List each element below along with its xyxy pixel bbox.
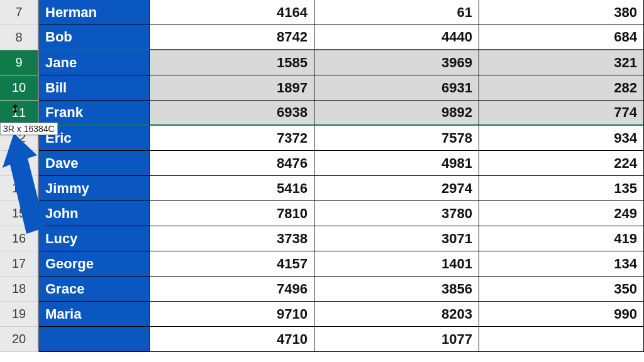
cell-name[interactable]: Lucy — [39, 226, 150, 251]
cell-value[interactable]: 3071 — [314, 226, 479, 251]
row-number: 8 — [15, 30, 22, 45]
cell-value[interactable]: 9710 — [150, 302, 314, 327]
table-row[interactable]: 12 Eric 7372 7578 934 — [0, 126, 644, 151]
table-row[interactable]: 13 Dave 8476 4981 224 — [0, 151, 644, 176]
cell-name[interactable]: Dave — [39, 151, 150, 176]
cell-value[interactable]: 774 — [479, 101, 644, 126]
row-header[interactable]: 16 — [0, 226, 39, 251]
table-row[interactable]: 16 Lucy 3738 3071 419 — [0, 226, 644, 251]
table-row[interactable]: 18 Grace 7496 3856 350 — [0, 277, 644, 302]
cell-name[interactable]: Grace — [39, 277, 150, 302]
table-row[interactable]: 8 Bob 8742 4440 684 — [0, 25, 644, 50]
cell-value[interactable]: 282 — [479, 75, 644, 101]
table-row[interactable]: 14 Jimmy 5416 2974 135 — [0, 176, 644, 201]
cell-value[interactable]: 6938 — [150, 101, 314, 126]
cell-value[interactable]: 7496 — [150, 277, 314, 302]
row-number: 14 — [12, 181, 26, 195]
cell-name[interactable]: John — [39, 201, 150, 226]
row-header[interactable]: 10 — [0, 75, 39, 101]
cell-value[interactable]: 1585 — [150, 50, 314, 75]
table-row[interactable]: 19 Maria 9710 8203 990 — [0, 302, 644, 327]
row-header[interactable]: 11 — [0, 101, 39, 126]
cell-value[interactable]: 684 — [479, 25, 644, 50]
row-number: 9 — [15, 55, 22, 70]
selection-size-tooltip: 3R x 16384C — [0, 123, 58, 135]
row-number: 15 — [12, 206, 26, 221]
row-number: 10 — [12, 80, 26, 95]
cell-value[interactable]: 4440 — [314, 25, 479, 50]
cell-value[interactable]: 5416 — [150, 176, 314, 201]
row-header[interactable]: 14 — [0, 176, 39, 201]
cell-value[interactable]: 8476 — [150, 151, 314, 176]
cell-value[interactable]: 1897 — [150, 75, 314, 101]
cell-value[interactable]: 4710 — [150, 327, 314, 352]
cell-value[interactable]: 8203 — [314, 302, 479, 327]
cell-value[interactable]: 2974 — [314, 176, 479, 201]
cell-value[interactable]: 135 — [479, 176, 644, 201]
row-header[interactable]: 19 — [0, 302, 39, 327]
cell-value[interactable]: 4981 — [314, 151, 479, 176]
cell-value[interactable] — [479, 327, 644, 352]
row-header[interactable]: 13 — [0, 151, 39, 176]
row-number: 18 — [12, 282, 26, 296]
cell-name[interactable]: Frank — [39, 101, 150, 126]
cell-name[interactable] — [39, 327, 150, 352]
table-row-selected[interactable]: 10 Bill 1897 6931 282 — [0, 75, 644, 101]
table-row[interactable]: 15 John 7810 3780 249 — [0, 201, 644, 226]
table-row-selected[interactable]: 9 Jane 1585 3969 321 — [0, 50, 644, 75]
cell-value[interactable]: 380 — [479, 0, 644, 25]
row-header[interactable]: 17 — [0, 251, 39, 277]
cell-name[interactable]: Maria — [39, 302, 150, 327]
row-number: 16 — [12, 231, 26, 246]
row-header[interactable]: 9 — [0, 50, 39, 75]
cell-name[interactable]: Bob — [39, 25, 150, 50]
row-number: 11 — [12, 106, 26, 120]
cell-value[interactable]: 224 — [479, 151, 644, 176]
cell-value[interactable]: 7578 — [314, 126, 479, 151]
cell-value[interactable]: 3969 — [314, 50, 479, 75]
cell-name[interactable]: Jane — [39, 50, 150, 75]
row-number: 19 — [12, 307, 26, 321]
row-header[interactable]: 18 — [0, 277, 39, 302]
cell-value[interactable]: 350 — [479, 277, 644, 302]
cell-value[interactable]: 3780 — [314, 201, 479, 226]
cell-value[interactable]: 4164 — [150, 0, 314, 25]
cell-value[interactable]: 990 — [479, 302, 644, 327]
cell-name[interactable]: Jimmy — [39, 176, 150, 201]
cell-value[interactable]: 134 — [479, 251, 644, 277]
row-header[interactable]: 7 — [0, 0, 39, 25]
cell-name[interactable]: Herman — [39, 0, 150, 25]
spreadsheet[interactable]: 7 Herman 4164 61 380 8 Bob 8742 4440 684… — [0, 0, 644, 362]
cell-name[interactable]: George — [39, 251, 150, 277]
cell-value[interactable]: 7372 — [150, 126, 314, 151]
cell-value[interactable]: 3856 — [314, 277, 479, 302]
table-row[interactable]: 17 George 4157 1401 134 — [0, 251, 644, 277]
row-number: 17 — [12, 256, 26, 271]
cell-value[interactable]: 61 — [314, 0, 479, 25]
cell-value[interactable]: 4157 — [150, 251, 314, 277]
row-number: 13 — [12, 156, 26, 170]
cell-value[interactable]: 419 — [479, 226, 644, 251]
cell-value[interactable]: 1401 — [314, 251, 479, 277]
cell-value[interactable]: 1077 — [314, 327, 479, 352]
cell-value[interactable]: 8742 — [150, 25, 314, 50]
row-number: 7 — [15, 5, 22, 19]
cell-value[interactable]: 934 — [479, 126, 644, 151]
row-header[interactable]: 15 — [0, 201, 39, 226]
cell-value[interactable]: 3738 — [150, 226, 314, 251]
cell-value[interactable]: 9892 — [314, 101, 479, 126]
table-row-selected[interactable]: 11 Frank 6938 9892 774 — [0, 101, 644, 126]
cell-value[interactable]: 7810 — [150, 201, 314, 226]
row-number: 20 — [12, 332, 26, 346]
row-header[interactable]: 20 — [0, 327, 39, 352]
row-header[interactable]: 8 — [0, 25, 39, 50]
table-row[interactable]: 7 Herman 4164 61 380 — [0, 0, 644, 25]
cell-value[interactable]: 6931 — [314, 75, 479, 101]
table-row[interactable]: 20 4710 1077 — [0, 327, 644, 352]
cell-value[interactable]: 249 — [479, 201, 644, 226]
cell-name[interactable]: Bill — [39, 75, 150, 101]
cell-value[interactable]: 321 — [479, 50, 644, 75]
